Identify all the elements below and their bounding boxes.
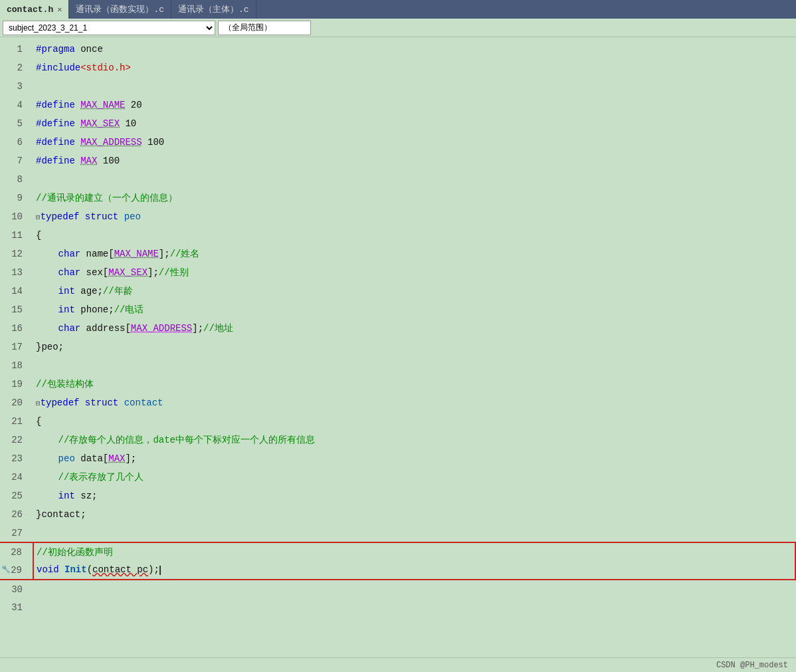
toolbar: subject_2023_3_21_1 （全局范围） (0, 19, 796, 37)
table-row: 27 (0, 524, 795, 542)
line-number: 5 (0, 114, 33, 133)
code-line-content[interactable]: //通讯录的建立（一个人的信息） (33, 189, 795, 207)
code-line-content[interactable]: #define MAX_ADDRESS 100 (33, 133, 795, 152)
line-number: 25 (0, 487, 33, 505)
line-number: 28 (0, 542, 33, 561)
code-line-content[interactable]: void Init(contact pc); (33, 561, 795, 580)
code-line-content[interactable] (33, 580, 795, 598)
table-row: 4#define MAX_NAME 20 (0, 96, 795, 114)
code-line-content[interactable] (33, 524, 795, 542)
line-number: 4 (0, 96, 33, 114)
editor-area[interactable]: 1#pragma once2#include<stdio.h>34#define… (0, 37, 796, 657)
table-row: 28//初始化函数声明 (0, 542, 795, 561)
table-row: 18 (0, 356, 795, 375)
tab-main[interactable]: 通讯录（主体）.c (171, 0, 256, 19)
line-number: 27 (0, 524, 33, 542)
table-row: 7#define MAX 100 (0, 152, 795, 170)
code-line-content[interactable]: { (33, 412, 795, 431)
code-table: 1#pragma once2#include<stdio.h>34#define… (0, 40, 796, 617)
table-row: 23 peo data[MAX]; (0, 449, 795, 468)
table-row: 25 int sz; (0, 487, 795, 505)
tab-func-impl[interactable]: 通讯录（函数实现）.c (69, 0, 171, 19)
tab-close-icon[interactable]: ✕ (57, 5, 62, 15)
table-row: 11{ (0, 226, 795, 245)
code-line-content[interactable]: //包装结构体 (33, 375, 795, 393)
table-row: 1#pragma once (0, 40, 795, 58)
line-number: 8 (0, 170, 33, 189)
line-number: 10 (0, 207, 33, 226)
code-line-content[interactable] (33, 598, 795, 617)
code-line-content[interactable]: int age;//年龄 (33, 282, 795, 300)
table-row: 31 (0, 598, 795, 617)
code-line-content[interactable]: { (33, 226, 795, 245)
table-row: 5#define MAX_SEX 10 (0, 114, 795, 133)
code-line-content[interactable]: char address[MAX_ADDRESS];//地址 (33, 319, 795, 338)
code-line-content[interactable]: int sz; (33, 487, 795, 505)
code-line-content[interactable] (33, 170, 795, 189)
code-line-content[interactable]: //存放每个人的信息，date中每个下标对应一个人的所有信息 (33, 431, 795, 449)
table-row: 3 (0, 77, 795, 96)
code-line-content[interactable]: peo data[MAX]; (33, 449, 795, 468)
line-number: 26 (0, 505, 33, 524)
line-number: 🔧29 (0, 561, 33, 580)
code-line-content[interactable] (33, 356, 795, 375)
line-number: 2 (0, 58, 33, 77)
line-number: 9 (0, 189, 33, 207)
line-number: 18 (0, 356, 33, 375)
table-row: 17}peo; (0, 338, 795, 356)
table-row: 8 (0, 170, 795, 189)
table-row: 9//通讯录的建立（一个人的信息） (0, 189, 795, 207)
code-line-content[interactable]: ⊟typedef struct contact (33, 393, 795, 412)
code-line-content[interactable]: #define MAX 100 (33, 152, 795, 170)
table-row: 21{ (0, 412, 795, 431)
line-number: 30 (0, 580, 33, 598)
line-number: 15 (0, 300, 33, 319)
code-line-content[interactable]: char name[MAX_NAME];//姓名 (33, 245, 795, 263)
tab-label: contact.h (7, 5, 53, 15)
code-line-content[interactable]: #define MAX_NAME 20 (33, 96, 795, 114)
line-number: 13 (0, 263, 33, 282)
line-number: 14 (0, 282, 33, 300)
tab-contact-h[interactable]: contact.h ✕ (0, 0, 69, 19)
code-line-content[interactable]: }peo; (33, 338, 795, 356)
code-line-content[interactable]: //表示存放了几个人 (33, 468, 795, 487)
line-number: 17 (0, 338, 33, 356)
line-number: 7 (0, 152, 33, 170)
scope-display: （全局范围） (218, 21, 311, 35)
code-line-content[interactable]: //初始化函数声明 (33, 542, 795, 561)
table-row: 16 char address[MAX_ADDRESS];//地址 (0, 319, 795, 338)
tab-label: 通讯录（函数实现）.c (76, 3, 164, 15)
code-line-content[interactable]: }contact; (33, 505, 795, 524)
line-number: 6 (0, 133, 33, 152)
status-bar: CSDN @PH_modest (0, 657, 796, 672)
code-line-content[interactable] (33, 77, 795, 96)
table-row: 19//包装结构体 (0, 375, 795, 393)
line-number: 21 (0, 412, 33, 431)
table-row: 30 (0, 580, 795, 598)
line-number: 20 (0, 393, 33, 412)
line-number: 1 (0, 40, 33, 58)
line-number: 31 (0, 598, 33, 617)
code-line-content[interactable]: ⊟typedef struct peo (33, 207, 795, 226)
line-number: 23 (0, 449, 33, 468)
table-row: 10⊟typedef struct peo (0, 207, 795, 226)
tab-label: 通讯录（主体）.c (178, 3, 249, 15)
line-number: 11 (0, 226, 33, 245)
code-line-content[interactable]: #pragma once (33, 40, 795, 58)
line-number: 12 (0, 245, 33, 263)
code-line-content[interactable]: #include<stdio.h> (33, 58, 795, 77)
code-line-content[interactable]: int phone;//电话 (33, 300, 795, 319)
code-line-content[interactable]: #define MAX_SEX 10 (33, 114, 795, 133)
line-number: 24 (0, 468, 33, 487)
table-row: 14 int age;//年龄 (0, 282, 795, 300)
line-number: 3 (0, 77, 33, 96)
table-row: 2#include<stdio.h> (0, 58, 795, 77)
line-number: 19 (0, 375, 33, 393)
file-selector[interactable]: subject_2023_3_21_1 (3, 21, 215, 35)
code-line-content[interactable]: char sex[MAX_SEX];//性别 (33, 263, 795, 282)
tab-bar: contact.h ✕ 通讯录（函数实现）.c 通讯录（主体）.c (0, 0, 796, 19)
line-number: 16 (0, 319, 33, 338)
table-row: 20⊟typedef struct contact (0, 393, 795, 412)
table-row: 6#define MAX_ADDRESS 100 (0, 133, 795, 152)
table-row: 22 //存放每个人的信息，date中每个下标对应一个人的所有信息 (0, 431, 795, 449)
